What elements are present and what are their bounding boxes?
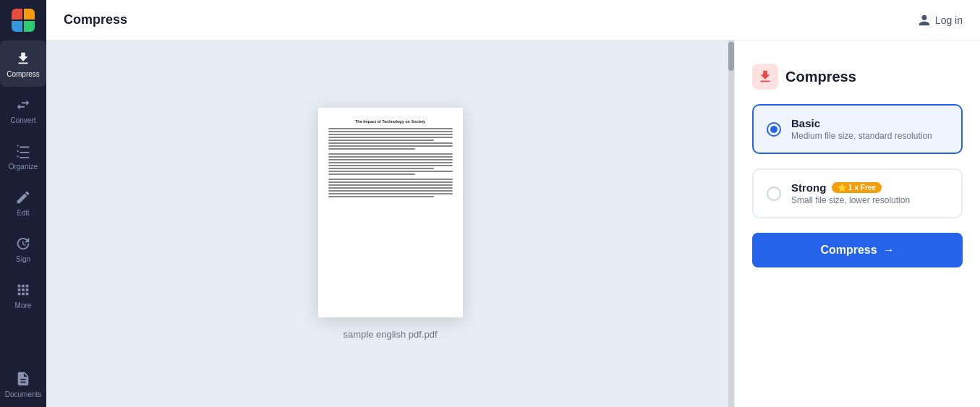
pdf-line (328, 193, 453, 194)
pdf-para-1 (328, 128, 453, 150)
sidebar-label-documents: Documents (5, 390, 42, 398)
main-area: Compress Log in The Impact of Technology… (46, 0, 980, 407)
preview-area: The Impact of Technology on Society (46, 40, 734, 407)
pdf-line (328, 179, 453, 180)
pdf-line (328, 184, 453, 186)
option-strong-text: Strong ⭐ 1 x Free Small file size, lower… (791, 181, 948, 205)
pdf-line (328, 168, 434, 169)
header: Compress Log in (46, 0, 980, 40)
option-strong-name: Strong ⭐ 1 x Free (791, 181, 948, 194)
user-icon (918, 14, 931, 27)
pdf-line (328, 173, 415, 175)
sidebar-item-convert[interactable]: Convert (0, 87, 46, 133)
sidebar-item-more[interactable]: More (0, 272, 46, 318)
panel-icon-wrap (752, 64, 778, 90)
convert-icon (14, 96, 32, 113)
logo-q3 (12, 21, 22, 32)
option-basic-desc: Medium file size, standard resolution (791, 131, 948, 141)
logo-q4 (24, 21, 35, 32)
option-basic-name: Basic (791, 117, 948, 129)
documents-icon (14, 370, 32, 387)
pdf-line (328, 190, 453, 192)
sidebar-label-edit: Edit (17, 209, 29, 217)
option-basic-text: Basic Medium file size, standard resolut… (791, 117, 948, 141)
pdf-document-title: The Impact of Technology on Society (328, 119, 453, 124)
pdf-preview: The Impact of Technology on Society (318, 108, 463, 317)
sidebar: Compress Convert Organize Edit Sign More (0, 0, 46, 407)
pdf-line (328, 134, 453, 135)
pdf-line (328, 187, 453, 189)
login-label: Log in (935, 14, 963, 26)
sidebar-label-sign: Sign (16, 255, 30, 263)
compress-button-label: Compress (820, 244, 877, 257)
sign-icon (14, 235, 32, 252)
compress-button-arrow: → (883, 244, 895, 257)
pdf-line (328, 196, 434, 197)
sidebar-item-compress[interactable]: Compress (0, 40, 46, 87)
pdf-line (328, 142, 453, 144)
sidebar-label-compress: Compress (7, 70, 40, 78)
pdf-line (328, 137, 453, 138)
pdf-line (328, 181, 453, 183)
compress-icon (14, 50, 32, 67)
more-icon (14, 281, 32, 299)
radio-basic (767, 122, 781, 137)
sidebar-label-more: More (15, 301, 32, 309)
panel-title: Compress (785, 69, 856, 85)
sidebar-item-edit[interactable]: Edit (0, 179, 46, 226)
pdf-para-2 (328, 153, 453, 175)
compress-panel-icon (757, 69, 773, 85)
pdf-line (328, 153, 453, 155)
preview-filename: sample english pdf.pdf (343, 329, 437, 340)
pdf-line (328, 145, 453, 147)
scrollbar-thumb (728, 42, 734, 71)
pdf-line (328, 131, 453, 132)
sidebar-label-organize: Organize (9, 163, 38, 171)
pdf-para-3 (328, 179, 453, 197)
logo-grid (12, 9, 35, 32)
pdf-line (328, 148, 415, 150)
sidebar-item-sign[interactable]: Sign (0, 226, 46, 272)
edit-icon (14, 189, 32, 206)
pdf-line (328, 140, 434, 141)
preview-scrollbar[interactable] (728, 40, 734, 407)
strong-badge: ⭐ 1 x Free (832, 182, 882, 193)
logo-q1 (12, 9, 22, 20)
login-button[interactable]: Log in (918, 14, 963, 27)
radio-basic-inner (770, 126, 777, 133)
sidebar-item-documents[interactable]: Documents (0, 361, 46, 407)
pdf-line (328, 162, 453, 163)
organize-icon (14, 142, 32, 160)
logo-q2 (24, 9, 35, 20)
pdf-line (328, 156, 453, 158)
radio-strong (767, 187, 781, 201)
sidebar-label-convert: Convert (10, 116, 35, 124)
compress-button[interactable]: Compress → (752, 233, 963, 267)
content-area: The Impact of Technology on Society (46, 40, 980, 407)
sidebar-item-organize[interactable]: Organize (0, 133, 46, 179)
pdf-line (328, 171, 453, 172)
option-basic[interactable]: Basic Medium file size, standard resolut… (752, 104, 963, 154)
app-logo (0, 0, 46, 40)
page-title: Compress (64, 12, 127, 27)
pdf-line (328, 159, 453, 160)
pdf-line (328, 165, 453, 166)
pdf-line (328, 128, 453, 129)
right-panel: Compress Basic Medium file size, standar… (734, 40, 980, 407)
option-strong-desc: Small file size, lower resolution (791, 195, 948, 205)
panel-header: Compress (752, 64, 963, 90)
option-strong[interactable]: Strong ⭐ 1 x Free Small file size, lower… (752, 168, 963, 218)
